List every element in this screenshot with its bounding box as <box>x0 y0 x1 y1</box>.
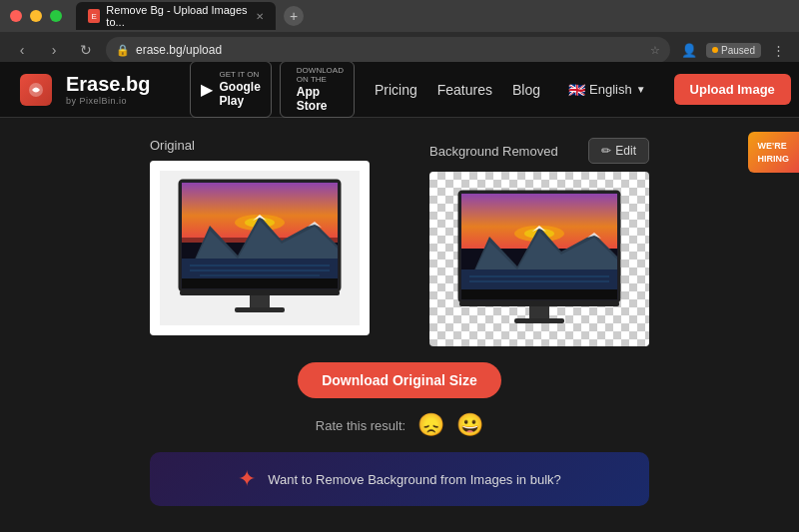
app-store-badge[interactable]: Download on the App Store <box>280 62 355 118</box>
logo-icon <box>20 74 52 106</box>
nav-blog[interactable]: Blog <box>512 82 540 98</box>
svg-rect-39 <box>529 306 549 318</box>
bulk-icon: ✦ <box>238 466 256 492</box>
download-button[interactable]: Download Original Size <box>298 362 501 398</box>
address-text: erase.bg/upload <box>136 43 640 57</box>
original-image-frame <box>150 161 370 335</box>
lock-icon: 🔒 <box>116 44 130 57</box>
paused-badge: Paused <box>706 43 761 58</box>
happy-emoji[interactable]: 😀 <box>456 412 483 438</box>
new-tab-button[interactable]: + <box>284 6 304 26</box>
site-content: WE'REHIRING Erase.bg by PixelBin.io ▶ GE… <box>0 62 799 532</box>
rating-row: Rate this result: 😞 😀 <box>316 412 483 438</box>
svg-rect-34 <box>461 269 617 289</box>
hiring-badge[interactable]: WE'REHIRING <box>748 132 800 173</box>
tab-bar: E Remove Bg - Upload Images to... ✕ + <box>70 1 310 31</box>
tab-title: Remove Bg - Upload Images to... <box>106 4 250 28</box>
svg-rect-22 <box>250 295 270 307</box>
logo-wrapper: Erase.bg by PixelBin.io <box>20 73 160 106</box>
minimize-dot[interactable] <box>30 10 42 22</box>
svg-rect-37 <box>461 289 617 299</box>
google-play-icon: ▶ <box>201 80 213 99</box>
original-label: Original <box>150 138 195 153</box>
reload-button[interactable]: ↻ <box>74 38 98 62</box>
flag-icon: 🇬🇧 <box>568 82 585 98</box>
tab-favicon: E <box>88 9 100 23</box>
edit-button[interactable]: ✏ Edit <box>588 138 649 164</box>
logo-name: Erase.bg <box>66 73 150 96</box>
browser-chrome: E Remove Bg - Upload Images to... ✕ + ‹ … <box>0 0 799 62</box>
bg-removed-image-frame <box>429 172 649 346</box>
nav-features[interactable]: Features <box>437 82 492 98</box>
lang-selector[interactable]: 🇬🇧 English ▼ <box>560 78 654 102</box>
bulk-text: Want to Remove Background from Images in… <box>268 472 561 487</box>
hiring-text: WE'REHIRING <box>758 140 790 165</box>
svg-rect-40 <box>514 318 564 323</box>
google-play-badge[interactable]: ▶ GET IT ON Google Play <box>190 62 271 118</box>
upload-button[interactable]: Upload Image <box>674 74 791 105</box>
lang-label: English <box>589 82 632 97</box>
bg-removed-section: Background Removed ✏ Edit <box>429 138 649 346</box>
forward-button[interactable]: › <box>42 38 66 62</box>
nav-links: Pricing Features Blog <box>375 82 540 98</box>
close-dot[interactable] <box>10 10 22 22</box>
profile-icon[interactable]: 👤 <box>678 39 700 61</box>
edit-btn-label: Edit <box>615 144 636 158</box>
app-store-sub: Download on the <box>297 66 344 85</box>
menu-icon[interactable]: ⋮ <box>767 39 789 61</box>
navbar: Erase.bg by PixelBin.io ▶ GET IT ON Goog… <box>0 62 799 118</box>
main-area: Original <box>0 118 799 526</box>
app-store-text: Download on the App Store <box>297 66 344 114</box>
back-button[interactable]: ‹ <box>10 38 34 62</box>
address-bar[interactable]: 🔒 erase.bg/upload ☆ <box>106 37 670 63</box>
bg-removed-header: Background Removed ✏ Edit <box>429 138 649 164</box>
maximize-dot[interactable] <box>50 10 62 22</box>
google-play-text: GET IT ON Google Play <box>219 70 260 108</box>
active-tab[interactable]: E Remove Bg - Upload Images to... ✕ <box>76 2 276 30</box>
google-play-sub: GET IT ON <box>219 70 260 80</box>
removed-tv-svg <box>439 182 639 336</box>
images-row: Original <box>30 138 769 346</box>
google-play-name: Google Play <box>219 80 260 109</box>
logo-area: Erase.bg by PixelBin.io <box>66 73 150 106</box>
titlebar: E Remove Bg - Upload Images to... ✕ + <box>0 0 799 32</box>
paused-dot <box>712 47 718 53</box>
nav-pricing[interactable]: Pricing <box>375 82 417 98</box>
bg-removed-label: Background Removed <box>429 144 558 159</box>
paused-label: Paused <box>721 45 755 56</box>
logo-sub: by PixelBin.io <box>66 96 150 106</box>
rating-label: Rate this result: <box>316 418 405 433</box>
svg-rect-23 <box>235 307 285 312</box>
original-section: Original <box>150 138 370 335</box>
star-icon[interactable]: ☆ <box>650 44 660 57</box>
svg-rect-20 <box>182 278 338 288</box>
chevron-down-icon: ▼ <box>636 84 646 95</box>
app-store-name: App Store <box>297 85 344 114</box>
store-badges: ▶ GET IT ON Google Play Download on the … <box>190 62 354 118</box>
pencil-icon: ✏ <box>601 144 611 158</box>
tab-close-icon[interactable]: ✕ <box>256 11 264 22</box>
bulk-banner[interactable]: ✦ Want to Remove Background from Images … <box>150 452 649 506</box>
toolbar-right: 👤 Paused ⋮ <box>678 39 789 61</box>
original-tv-svg <box>160 171 360 325</box>
sad-emoji[interactable]: 😞 <box>417 412 444 438</box>
